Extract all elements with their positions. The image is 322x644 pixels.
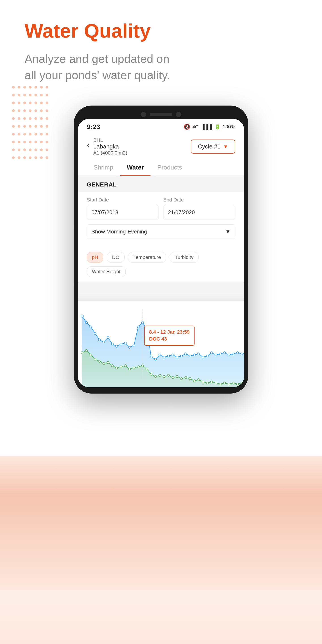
svg-point-36 (18, 125, 20, 128)
svg-point-94 (185, 353, 187, 355)
svg-point-142 (211, 381, 213, 383)
svg-point-61 (40, 148, 43, 151)
chip-do[interactable]: DO (107, 252, 124, 263)
svg-point-88 (159, 354, 161, 356)
svg-point-139 (198, 379, 200, 381)
svg-point-34 (46, 117, 48, 120)
mute-icon: 🔇 (184, 124, 190, 130)
svg-point-93 (180, 355, 182, 357)
tab-products[interactable]: Products (150, 160, 189, 176)
svg-point-21 (12, 109, 15, 112)
svg-point-6 (46, 86, 48, 88)
svg-point-44 (23, 133, 26, 136)
phone-notch (141, 112, 181, 117)
svg-point-48 (46, 133, 48, 136)
breadcrumb: BHL Labangka A1 (4000.0 m2) (93, 137, 127, 156)
phone-top-bar (78, 112, 244, 117)
svg-point-122 (124, 365, 126, 367)
end-date-field: End Date 21/07/2020 (163, 197, 235, 220)
svg-point-143 (215, 382, 217, 384)
battery-icon: 🔋 (214, 124, 220, 130)
svg-point-11 (34, 94, 37, 96)
svg-point-136 (185, 376, 187, 379)
svg-point-118 (107, 361, 109, 364)
svg-point-53 (34, 141, 37, 143)
svg-point-81 (128, 346, 131, 348)
svg-point-65 (23, 156, 26, 159)
app-tabs: Shrimp Water Products (78, 160, 244, 176)
svg-point-0 (12, 86, 15, 88)
svg-point-52 (29, 141, 32, 143)
svg-point-74 (98, 339, 100, 341)
svg-point-63 (12, 156, 15, 159)
svg-point-10 (29, 94, 32, 96)
chip-ph[interactable]: pH (87, 252, 103, 263)
svg-point-50 (18, 141, 20, 143)
svg-point-131 (163, 376, 165, 378)
tooltip-value: 8.4 - 12 Jan 23:59 (149, 329, 190, 336)
svg-point-27 (46, 109, 48, 112)
end-date-input[interactable]: 21/07/2020 (163, 205, 235, 220)
svg-point-119 (111, 365, 114, 367)
chart-card: 9 8 (78, 301, 244, 387)
chip-temperature[interactable]: Temperature (128, 252, 166, 263)
svg-point-32 (34, 117, 37, 120)
form-section: Start Date 07/07/2018 End Date 21/07/202… (78, 192, 244, 250)
svg-point-78 (116, 345, 118, 348)
phone-camera (141, 112, 146, 117)
svg-point-138 (193, 380, 196, 382)
svg-point-1 (18, 86, 20, 88)
chip-water-height[interactable]: Water Height (87, 266, 126, 277)
breadcrumb-pond: A1 (4000.0 m2) (93, 150, 127, 156)
svg-point-141 (206, 382, 208, 384)
svg-point-31 (29, 117, 32, 120)
page-wrapper: // dots drawn inline below Water Quality… (0, 0, 322, 644)
svg-point-114 (90, 354, 92, 356)
start-date-input[interactable]: 07/07/2018 (87, 205, 159, 220)
svg-point-75 (103, 341, 105, 343)
tab-shrimp[interactable]: Shrimp (87, 160, 120, 176)
svg-point-113 (86, 350, 88, 352)
chip-turbidity[interactable]: Turbidity (170, 252, 199, 263)
svg-point-96 (193, 354, 196, 356)
svg-point-56 (12, 148, 15, 151)
phone-speaker (150, 113, 172, 116)
header-section: Water Quality Analyze and get updated on… (0, 0, 322, 96)
nav-left: ‹ BHL Labangka A1 (4000.0 m2) (87, 137, 127, 156)
wifi-icon: ▐▐▐ (201, 124, 212, 130)
app-nav: ‹ BHL Labangka A1 (4000.0 m2) Cycle #1 ▼ (78, 133, 244, 160)
svg-point-64 (18, 156, 20, 159)
svg-point-7 (12, 94, 15, 96)
back-button[interactable]: ‹ (87, 140, 90, 150)
svg-point-73 (94, 332, 96, 334)
svg-point-16 (23, 102, 26, 104)
svg-point-69 (46, 156, 48, 159)
phone-mockup: 9:23 🔇 4G ▐▐▐ 🔋 100% ‹ BHL (60, 106, 262, 394)
svg-point-102 (219, 353, 222, 355)
cycle-dropdown[interactable]: Cycle #1 ▼ (191, 140, 235, 154)
phone-sensor (176, 112, 181, 117)
bottom-gradient (0, 456, 322, 590)
svg-point-95 (189, 355, 191, 357)
phone-outer-frame: 9:23 🔇 4G ▐▐▐ 🔋 100% ‹ BHL (74, 106, 248, 394)
svg-point-146 (228, 383, 230, 385)
chart-tooltip: 8.4 - 12 Jan 23:59 DOC 43 (144, 326, 194, 346)
svg-point-41 (46, 125, 48, 128)
svg-point-115 (94, 358, 96, 360)
svg-point-42 (12, 133, 15, 136)
svg-point-89 (163, 356, 165, 358)
tab-water[interactable]: Water (120, 160, 151, 176)
page-title: Water Quality (24, 20, 298, 42)
svg-point-8 (18, 94, 20, 96)
show-option-dropdown[interactable]: Show Morning-Evening ▼ (87, 224, 235, 239)
status-time: 9:23 (87, 123, 100, 130)
svg-point-92 (176, 356, 178, 358)
svg-point-2 (23, 86, 26, 88)
svg-point-18 (34, 102, 37, 104)
end-date-label: End Date (163, 197, 235, 203)
svg-point-116 (98, 360, 100, 363)
svg-point-35 (12, 125, 15, 128)
svg-point-128 (150, 373, 152, 376)
svg-point-124 (133, 367, 135, 369)
svg-point-58 (23, 148, 26, 151)
